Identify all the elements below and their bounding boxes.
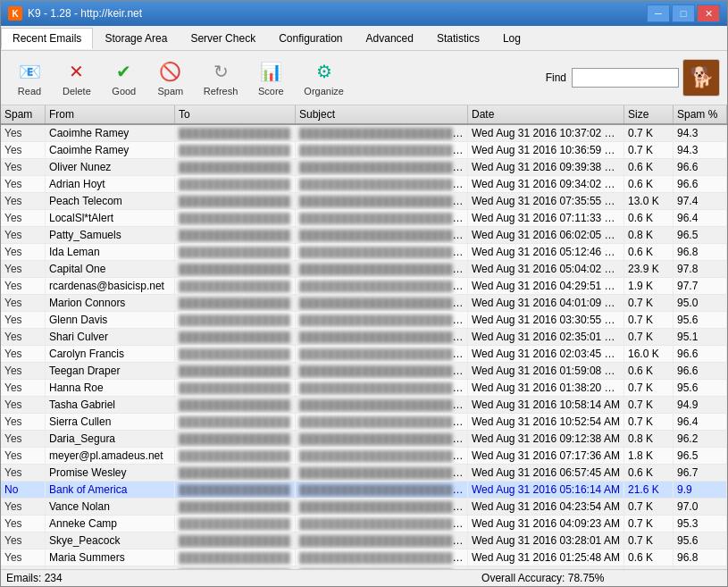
cell-spam: Yes — [1, 516, 46, 532]
cell-spamp: 96.8 — [674, 244, 727, 260]
table-row[interactable]: Yes Glenn Davis ████████████████ ███████… — [1, 312, 727, 329]
table-row[interactable]: No Bank of America ████████████████ ████… — [1, 482, 727, 499]
cell-date: Wed Aug 31 2016 10:52:54 AM — [468, 414, 624, 430]
cell-size: 0.7 K — [624, 397, 674, 413]
col-header-to[interactable]: To — [175, 105, 296, 123]
cell-to: ████████████████ — [175, 295, 296, 311]
minimize-button[interactable]: ─ — [647, 4, 670, 22]
table-row[interactable]: Yes Caoimhe Ramey ████████████████ █████… — [1, 142, 727, 159]
score-icon: 📊 — [258, 59, 283, 84]
cell-date: Wed Aug 31 2016 03:28:01 AM — [468, 532, 624, 549]
cell-from: Caoimhe Ramey — [46, 125, 175, 141]
cell-to: ████████████████ — [175, 346, 296, 362]
cell-date: Wed Aug 31 2016 02:35:01 PM — [468, 329, 624, 345]
organize-button[interactable]: ⚙ Organize — [296, 55, 352, 101]
cell-size: 16.0 K — [624, 346, 674, 362]
table-row[interactable]: Yes Adrian Hoyt ████████████████ ███████… — [1, 176, 727, 193]
tab-statistics[interactable]: Statistics — [425, 28, 491, 48]
col-header-spamp[interactable]: Spam % — [674, 105, 727, 123]
cell-size: 0.6 K — [624, 363, 674, 379]
cell-from: Vance Nolan — [46, 499, 175, 515]
delete-button[interactable]: ✕ Delete — [54, 55, 99, 101]
cell-spam: Yes — [1, 448, 46, 464]
table-row[interactable]: Yes Promise Wesley ████████████████ ████… — [1, 465, 727, 482]
cell-from: Marion Connors — [46, 295, 175, 311]
window-title: K9 - 1.28 - http://keir.net — [28, 7, 142, 20]
score-button[interactable]: 📊 Score — [249, 55, 292, 101]
cell-spamp: 97.8 — [674, 261, 727, 277]
table-row[interactable]: Yes Teegan Draper ████████████████ █████… — [1, 363, 727, 380]
main-window: K K9 - 1.28 - http://keir.net ─ □ ✕ Rece… — [0, 0, 728, 587]
find-input[interactable] — [572, 68, 679, 88]
table-row[interactable]: Yes Maria Summers ████████████████ █████… — [1, 549, 727, 566]
table-row[interactable]: Yes Patty_Samuels ████████████████ █████… — [1, 227, 727, 244]
col-header-date[interactable]: Date — [468, 105, 624, 123]
cell-from: Anneke Camp — [46, 516, 175, 532]
cell-spam: Yes — [1, 549, 46, 566]
organize-icon: ⚙ — [312, 59, 337, 84]
cell-from: LocalSl*tAlert — [46, 210, 175, 226]
spam-button[interactable]: 🚫 Spam — [149, 55, 192, 101]
table-row[interactable]: Yes Anneke Camp ████████████████ ███████… — [1, 516, 727, 532]
cell-spamp: 96.4 — [674, 414, 727, 430]
cell-size: 0.7 K — [624, 499, 674, 515]
tab-server-check[interactable]: Server Check — [179, 28, 267, 48]
cell-spamp: 96.5 — [674, 448, 727, 464]
table-row[interactable]: Yes Skye_Peacock ████████████████ ██████… — [1, 532, 727, 549]
tab-storage-area[interactable]: Storage Area — [93, 28, 179, 48]
cell-date: Wed Aug 31 2016 10:37:02 PM — [468, 125, 624, 141]
cell-spamp: 97.0 — [674, 499, 727, 515]
tab-bar: Recent Emails Storage Area Server Check … — [1, 26, 727, 51]
table-row[interactable]: Yes Tasha Gabriel ████████████████ █████… — [1, 397, 727, 414]
table-row[interactable]: Yes Peach Telecom ████████████████ █████… — [1, 193, 727, 210]
table-row[interactable]: Yes LocalSl*tAlert ████████████████ ████… — [1, 210, 727, 227]
cell-spam: Yes — [1, 329, 46, 345]
cell-subject: ████████████████████████ — [296, 482, 468, 498]
email-list[interactable]: Yes Caoimhe Ramey ████████████████ █████… — [1, 125, 727, 569]
cell-spamp: 96.6 — [674, 159, 727, 175]
tab-recent-emails[interactable]: Recent Emails — [1, 28, 93, 49]
cell-size: 0.6 K — [624, 465, 674, 481]
cell-spamp: 96.6 — [674, 176, 727, 192]
cell-date: Wed Aug 31 2016 09:12:38 AM — [468, 431, 624, 447]
table-row[interactable]: Yes Hanna Roe ████████████████ █████████… — [1, 380, 727, 397]
cell-spamp: 95.1 — [674, 329, 727, 345]
cell-size: 0.7 K — [624, 532, 674, 549]
good-button[interactable]: ✔ Good — [103, 55, 146, 101]
cell-subject: ████████████████████████ — [296, 380, 468, 396]
read-button[interactable]: 📧 Read — [8, 55, 51, 101]
maximize-button[interactable]: □ — [672, 4, 695, 22]
refresh-button[interactable]: ↻ Refresh — [196, 55, 247, 101]
col-header-subject[interactable]: Subject — [296, 105, 468, 123]
table-row[interactable]: Yes Sierra Cullen ████████████████ █████… — [1, 414, 727, 431]
table-row[interactable]: Yes Shari Culver ████████████████ ██████… — [1, 329, 727, 346]
cell-subject: ████████████████████████ — [296, 125, 468, 141]
cell-to: ████████████████ — [175, 363, 296, 379]
cell-date: Wed Aug 31 2016 07:11:33 PM — [468, 210, 624, 226]
col-header-spam[interactable]: Spam — [1, 105, 46, 123]
app-logo: 🐕 — [682, 59, 720, 96]
table-row[interactable]: Yes Carolyn Francis ████████████████ ███… — [1, 346, 727, 363]
tab-advanced[interactable]: Advanced — [355, 28, 425, 48]
tab-configuration[interactable]: Configuration — [267, 28, 354, 48]
table-row[interactable]: Yes Daria_Segura ████████████████ ██████… — [1, 431, 727, 448]
cell-spam: Yes — [1, 499, 46, 515]
cell-from: Glenn Davis — [46, 312, 175, 328]
table-row[interactable]: Yes meyer@pl.amadeus.net ███████████████… — [1, 448, 727, 465]
table-row[interactable]: Yes Ida Leman ████████████████ █████████… — [1, 244, 727, 261]
table-row[interactable]: Yes Caoimhe Ramey ████████████████ █████… — [1, 125, 727, 142]
col-header-size[interactable]: Size — [624, 105, 674, 123]
table-row[interactable]: Yes Vance Nolan ████████████████ ███████… — [1, 499, 727, 516]
table-row[interactable]: Yes Marion Connors ████████████████ ████… — [1, 295, 727, 312]
table-row[interactable]: Yes Oliver Nunez ████████████████ ██████… — [1, 159, 727, 176]
cell-subject: ████████████████████████ — [296, 159, 468, 175]
close-button[interactable]: ✕ — [697, 4, 720, 22]
organize-label: Organize — [304, 86, 344, 96]
cell-spamp: 9.9 — [674, 482, 727, 498]
cell-date: Wed Aug 31 2016 10:36:59 PM — [468, 142, 624, 158]
col-header-from[interactable]: From — [46, 105, 175, 123]
table-row[interactable]: Yes rcardenas@basicisp.net █████████████… — [1, 278, 727, 295]
cell-subject: ████████████████████████ — [296, 244, 468, 260]
tab-log[interactable]: Log — [491, 28, 532, 48]
table-row[interactable]: Yes Capital One ████████████████ ███████… — [1, 261, 727, 278]
